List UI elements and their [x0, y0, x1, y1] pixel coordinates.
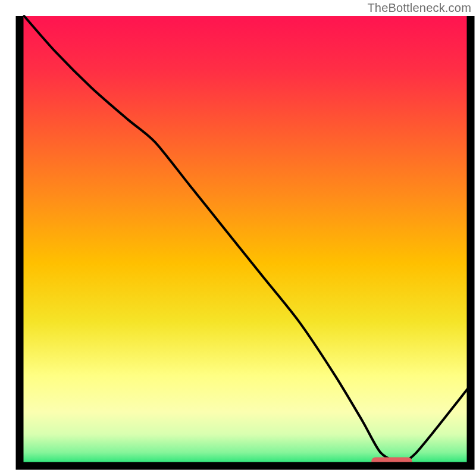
- bottleneck-chart: [0, 0, 476, 476]
- watermark-text: TheBottleneck.com: [367, 1, 471, 15]
- chart-container: TheBottleneck.com: [0, 0, 476, 476]
